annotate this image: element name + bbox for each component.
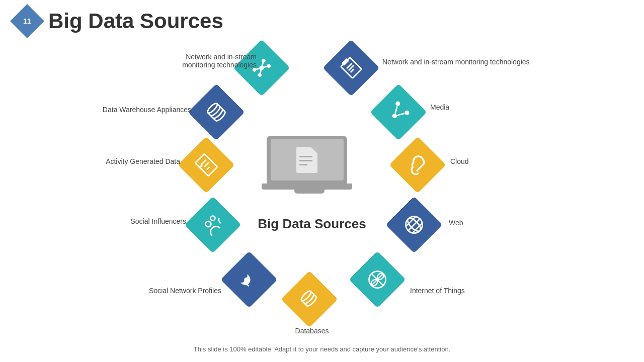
label-iot: Internet of Things xyxy=(410,287,496,295)
slide-number-badge: 11 xyxy=(10,4,44,38)
globe-icon xyxy=(398,209,430,240)
svg-line-23 xyxy=(207,167,209,169)
footer-text: This slide is 100% editable. Adapt it to… xyxy=(0,345,644,353)
label-network: Network and in-streammonitoring technolo… xyxy=(156,53,257,69)
svg-line-19 xyxy=(397,111,404,118)
db-icon xyxy=(294,284,325,315)
svg-line-13 xyxy=(351,69,354,72)
svg-point-25 xyxy=(210,215,216,222)
clipboard-icon xyxy=(336,52,367,83)
label-activity: Activity Generated Data xyxy=(74,157,180,165)
page-title: Big Data Sources xyxy=(48,9,223,33)
label-legacy: Network and in-stream monitoring technol… xyxy=(382,58,463,66)
svg-point-17 xyxy=(404,110,410,116)
svg-line-18 xyxy=(392,106,399,113)
node-warehouse xyxy=(196,92,236,132)
node-legacy xyxy=(331,48,371,88)
node-iot xyxy=(357,259,397,300)
label-social-influencers: Social Influencers xyxy=(93,217,186,225)
label-media: Media xyxy=(430,103,491,111)
iot-globe-icon xyxy=(362,264,393,295)
label-databases: Databases xyxy=(279,327,345,335)
people-icon xyxy=(197,209,228,240)
node-web xyxy=(394,205,434,245)
node-cloud xyxy=(397,145,438,185)
svg-point-24 xyxy=(204,220,212,228)
cloud-icon xyxy=(402,149,433,180)
laptop-container xyxy=(267,136,352,194)
center-label: Big Data Sources xyxy=(242,216,382,232)
node-activity xyxy=(186,145,226,185)
label-web: Web xyxy=(449,219,499,227)
label-social-network: Social Network Profiles xyxy=(121,287,221,295)
svg-point-16 xyxy=(391,113,398,119)
node-social-influencers xyxy=(193,205,233,245)
share-icon xyxy=(383,97,414,128)
checklist-icon xyxy=(191,149,222,180)
label-cloud: Cloud xyxy=(450,157,501,165)
database-stack-icon xyxy=(201,97,232,128)
node-databases xyxy=(289,279,330,319)
label-warehouse: Data Warehouse Appliances xyxy=(80,106,191,114)
svg-point-15 xyxy=(394,101,401,107)
social-icon: f xyxy=(233,264,265,295)
node-media xyxy=(378,92,419,132)
svg-line-22 xyxy=(204,162,209,167)
node-social-network: f xyxy=(229,259,269,300)
header: 11 Big Data Sources xyxy=(0,0,644,33)
